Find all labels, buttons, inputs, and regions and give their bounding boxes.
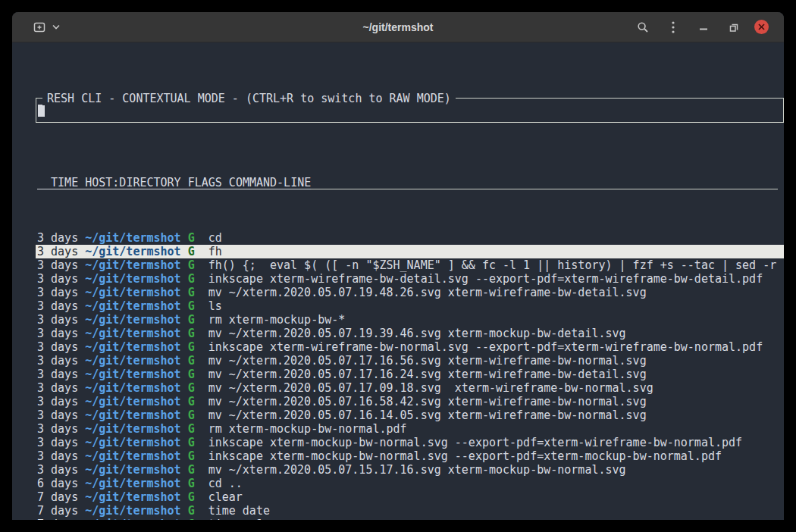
row-flags: G [188,408,195,422]
history-row[interactable]: 7 days~/git/termshotGclear [37,490,778,504]
row-time: 6 days [37,477,78,490]
search-button[interactable] [633,17,653,37]
history-row[interactable]: 3 days~/git/termshotGcd [37,231,778,245]
row-flags: G [188,245,195,258]
row-time: 3 days [37,231,78,245]
row-host: ~/git/termshot [85,272,180,286]
row-command: inkscape xterm-wireframe-bw-normal.svg -… [208,340,763,354]
history-row[interactable]: 3 days~/git/termshotGinkscape xterm-wire… [37,272,778,286]
history-row[interactable]: 3 days~/git/termshotGfh [36,245,784,258]
row-host: ~/git/termshot [85,286,180,299]
row-flags: G [188,354,195,368]
row-flags: G [188,504,195,518]
terminal[interactable]: RESH CLI - CONTEXTUAL MODE - (CTRL+R to … [12,42,784,520]
row-time: 3 days [37,368,78,381]
history-row[interactable]: 3 days~/git/termshotGmv ~/xterm.2020.05.… [37,327,778,340]
history-row[interactable]: 3 days~/git/termshotGrm xterm-mockup-bw-… [37,313,778,327]
row-host: ~/git/termshot [85,436,180,449]
row-host: ~/git/termshot [85,408,180,422]
menu-button[interactable] [663,17,683,37]
history-row[interactable]: 3 days~/git/termshotGinkscape xterm-wire… [37,340,778,354]
row-command: cd .. [208,477,243,490]
history-row[interactable]: 7 days~/git/termshotGtime x=1 [37,518,778,520]
search-input[interactable]: RESH CLI - CONTEXTUAL MODE - (CTRL+R to … [36,98,784,123]
history-row[interactable]: 3 days~/git/termshotGmv ~/xterm.2020.05.… [37,368,778,381]
row-flags: G [188,327,195,340]
row-flags: G [188,340,195,354]
close-button[interactable] [754,20,769,34]
history-row[interactable]: 3 days~/git/termshotGmv ~/xterm.2020.05.… [37,408,778,422]
row-host: ~/git/termshot [85,354,180,368]
row-flags: G [188,231,195,245]
row-flags: G [188,258,195,272]
row-command: mv ~/xterm.2020.05.07.16.14.05.svg xterm… [208,408,647,422]
history-row[interactable]: 3 days~/git/termshotGinkscape xterm-mock… [37,449,778,463]
row-host: ~/git/termshot [85,422,180,436]
row-time: 3 days [37,408,78,422]
row-host: ~/git/termshot [85,490,180,504]
history-row[interactable]: 3 days~/git/termshotGmv ~/xterm.2020.05.… [37,463,778,477]
history-row[interactable]: 7 days~/git/termshotGtime date [37,504,778,518]
row-command: rm xterm-mockup-bw-normal.pdf [208,422,407,436]
row-flags: G [188,299,195,313]
row-host: ~/git/termshot [85,340,180,354]
row-time: 3 days [37,299,78,313]
row-flags: G [188,272,195,286]
row-command: rm xterm-mockup-bw-* [208,313,346,327]
row-host: ~/git/termshot [85,395,180,408]
close-icon [758,23,765,30]
restore-icon [729,22,739,33]
row-flags: G [188,477,195,490]
titlebar: ~/git/termshot [12,12,784,42]
row-flags: G [188,422,195,436]
row-time: 3 days [37,258,78,272]
row-host: ~/git/termshot [85,313,180,327]
minimize-button[interactable] [694,17,713,37]
row-command: inkscape xterm-mockup-bw-normal.svg --ex… [208,449,722,463]
history-row[interactable]: 3 days~/git/termshotGmv ~/xterm.2020.05.… [37,286,778,299]
row-time: 3 days [37,381,78,395]
history-row[interactable]: 3 days~/git/termshotGfh() {; eval $( ([ … [37,258,778,272]
row-time: 3 days [37,286,78,299]
row-host: ~/git/termshot [85,245,180,258]
row-command: ls [208,299,222,313]
row-flags: G [188,368,195,381]
mode-title: RESH CLI - CONTEXTUAL MODE - (CTRL+R to … [42,92,456,105]
window-title: ~/git/termshot [363,21,434,33]
row-command: mv ~/xterm.2020.05.07.15.17.16.svg xterm… [208,463,626,477]
row-time: 3 days [37,327,78,340]
row-command: mv ~/xterm.2020.05.07.16.58.42.svg xterm… [208,395,647,408]
row-flags: G [188,490,195,504]
row-command: mv ~/xterm.2020.05.07.17.16.56.svg xterm… [208,354,647,368]
history-row[interactable]: 3 days~/git/termshotGls [37,299,778,313]
row-host: ~/git/termshot [85,327,180,340]
new-tab-icon [33,21,45,33]
row-command: cd [208,231,222,245]
row-flags: G [188,436,195,449]
chevron-down-icon [52,24,60,30]
history-list: 3 days~/git/termshotGcd3 days~/git/terms… [37,231,778,520]
row-time: 3 days [37,395,78,408]
minimize-icon [698,22,709,33]
history-row[interactable]: 3 days~/git/termshotGinkscape xterm-mock… [37,436,778,449]
history-row[interactable]: 6 days~/git/termshotGcd .. [37,477,778,490]
row-host: ~/git/termshot [85,231,180,245]
new-tab-button[interactable] [29,18,64,36]
row-time: 7 days [37,504,78,518]
row-command: mv ~/xterm.2020.05.07.19.39.46.svg xterm… [208,327,626,340]
history-row[interactable]: 3 days~/git/termshotGrm xterm-mockup-bw-… [37,422,778,436]
row-host: ~/git/termshot [85,518,180,520]
search-icon [637,21,649,33]
history-row[interactable]: 3 days~/git/termshotGmv ~/xterm.2020.05.… [37,395,778,408]
row-time: 3 days [37,313,78,327]
row-time: 3 days [37,436,78,449]
history-row[interactable]: 3 days~/git/termshotGmv ~/xterm.2020.05.… [37,381,778,395]
row-time: 7 days [37,490,78,504]
history-row[interactable]: 3 days~/git/termshotGmv ~/xterm.2020.05.… [37,354,778,368]
row-time: 3 days [37,245,78,258]
terminal-window: ~/git/termshot [12,12,784,520]
kebab-menu-icon [672,21,675,33]
restore-button[interactable] [724,17,744,37]
row-time: 3 days [37,340,78,354]
row-time: 3 days [37,463,78,477]
